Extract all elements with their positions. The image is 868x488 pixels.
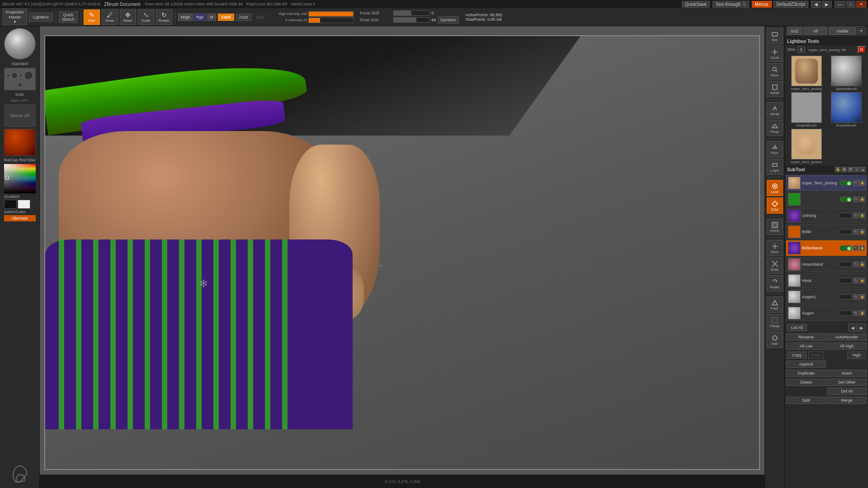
menus-button[interactable]: Menus bbox=[752, 1, 772, 8]
zoom-button[interactable]: Zoom bbox=[767, 63, 783, 80]
subtool-edit-brillenband[interactable]: ✎ bbox=[853, 245, 859, 251]
subtool-edit-hero[interactable]: ✎ bbox=[853, 180, 859, 186]
subtool-lock-unhung[interactable]: 🔒 bbox=[859, 213, 865, 218]
zcut-button[interactable]: Zcut bbox=[253, 14, 268, 21]
subtool-toggle-hose[interactable] bbox=[840, 278, 852, 283]
quicksave-button[interactable]: QuickSave bbox=[682, 1, 710, 8]
arrow-left-button[interactable]: ◀ bbox=[849, 324, 857, 332]
rotate-button[interactable]: ↻ Rotate bbox=[156, 9, 172, 25]
subtool-lock-brille[interactable]: 🔒 bbox=[859, 229, 865, 235]
quick-sketch-button[interactable]: Quick Sketch bbox=[59, 11, 78, 23]
black-swatch[interactable] bbox=[4, 200, 17, 209]
thumb-hero-posino[interactable]: super_hero_posino bbox=[787, 129, 826, 164]
subtool-toggle-unhung[interactable] bbox=[840, 213, 852, 218]
autoreorder-button[interactable]: AutoReorder bbox=[827, 333, 867, 341]
subtool-toggle-hosenband[interactable] bbox=[840, 262, 852, 267]
rgb-button[interactable]: Rgb bbox=[193, 14, 207, 21]
rgb-intensity-slider[interactable] bbox=[308, 11, 354, 17]
subtool-item-augen[interactable]: Augen ✎ 🔒 bbox=[786, 305, 867, 321]
subtool-item-unhung[interactable]: Unhung ✎ 🔒 bbox=[786, 208, 867, 223]
draw-button[interactable]: 🖊 Draw bbox=[102, 9, 118, 25]
alpha-preview[interactable] bbox=[4, 68, 36, 90]
switch-color-button[interactable]: SwitchColor bbox=[4, 210, 36, 214]
subtool-edit-hosenband[interactable]: ✎ bbox=[853, 262, 859, 267]
split-button[interactable]: Split bbox=[786, 397, 826, 404]
subtool-item-green[interactable]: ✎ 🔒 bbox=[786, 192, 867, 207]
subtool-toggle-brille[interactable] bbox=[840, 229, 852, 235]
subtool-edit-brille[interactable]: ✎ bbox=[853, 229, 859, 235]
list-all-button[interactable]: List All bbox=[787, 324, 807, 331]
m-button[interactable]: M bbox=[208, 14, 217, 21]
scale-button[interactable]: ⤡ Scale bbox=[138, 9, 154, 25]
scale-tool-button[interactable]: Scale bbox=[767, 258, 783, 274]
copy-bottom-button[interactable]: Copy bbox=[787, 352, 807, 359]
dynamic-button[interactable]: Dynamic bbox=[438, 16, 459, 23]
edit-button[interactable]: ✎ Edit bbox=[84, 9, 100, 25]
del-all-button[interactable]: Del All bbox=[827, 388, 867, 395]
subtool-edit-hose[interactable]: ✎ bbox=[853, 278, 859, 283]
r-button[interactable]: R bbox=[858, 28, 866, 34]
nav-forward-button[interactable]: ▶ bbox=[822, 1, 832, 8]
mrgb-button[interactable]: Mrgb bbox=[178, 14, 193, 21]
rotate-tool-button[interactable]: Rotate bbox=[767, 275, 783, 291]
thumb-simple-brush[interactable]: SimpleBrush bbox=[787, 92, 826, 127]
transp-button[interactable]: Transp bbox=[767, 314, 783, 330]
close-button[interactable]: ✕ bbox=[856, 1, 866, 8]
subtool-lock-augen1[interactable]: 🔒 bbox=[859, 294, 865, 300]
subtool-item-brille[interactable]: Brille ✎ 🔒 bbox=[786, 224, 867, 239]
subtool-item-augen1[interactable]: Augen1 ✎ 🔒 bbox=[786, 289, 867, 305]
arrow-right-button[interactable]: ▶ bbox=[858, 324, 866, 332]
move-tool-button[interactable]: Move bbox=[767, 240, 783, 256]
minimize-button[interactable]: — bbox=[835, 1, 845, 8]
subtool-edit-augen[interactable]: ✎ bbox=[853, 310, 859, 316]
all-goz-button[interactable]: All bbox=[803, 28, 827, 35]
all-low-button[interactable]: All Low bbox=[786, 343, 826, 350]
subtool-lock-brillenband[interactable]: 🔒 bbox=[859, 245, 865, 251]
qvyz-button[interactable]: QVyz bbox=[767, 197, 783, 214]
duplicate-button[interactable]: Duplicate bbox=[786, 370, 826, 377]
material-preview[interactable] bbox=[4, 129, 36, 156]
subtool-edit-unhung[interactable]: ✎ bbox=[853, 213, 859, 218]
subtool-toggle-hero[interactable] bbox=[840, 180, 852, 186]
subtool-toggle-augen[interactable] bbox=[840, 310, 852, 316]
subtool-item-hosenband[interactable]: Hosenband ✎ 🔒 bbox=[786, 257, 867, 272]
subtool-add-icon[interactable]: + bbox=[854, 167, 859, 172]
brill-button[interactable]: Brill bbox=[767, 28, 783, 44]
subtool-gear-icon[interactable]: ⚙ bbox=[848, 167, 853, 172]
paste-button[interactable]: Paste bbox=[808, 352, 823, 359]
white-swatch[interactable] bbox=[18, 200, 30, 209]
subtool-lock-augen[interactable]: 🔒 bbox=[859, 310, 865, 316]
lightbox-button[interactable]: LightBox bbox=[29, 13, 53, 22]
alternate-button[interactable]: Alternate bbox=[4, 215, 36, 221]
thumb-eraser-brush[interactable]: EraserBrush bbox=[827, 92, 866, 127]
scroll-button[interactable]: Scroll bbox=[767, 46, 783, 62]
local-button[interactable]: Local bbox=[767, 180, 783, 196]
move-button[interactable]: ✥ Move bbox=[120, 9, 136, 25]
document-label[interactable]: ZBrush Document bbox=[104, 2, 141, 7]
merge-button[interactable]: Merge bbox=[827, 397, 867, 404]
subtool-item-hose[interactable]: Hose ✎ 🔒 bbox=[786, 273, 867, 288]
see-through-button[interactable]: See-through 0 bbox=[712, 1, 749, 8]
rename-button[interactable]: Rename bbox=[786, 333, 826, 341]
goz-button[interactable]: GoZ bbox=[787, 28, 802, 35]
nav-back-button[interactable]: ◀ bbox=[811, 1, 821, 8]
solo-button[interactable]: Solo bbox=[767, 332, 783, 348]
delete-button[interactable]: Delete bbox=[786, 379, 826, 386]
focal-shift-slider[interactable] bbox=[393, 10, 429, 16]
laym-button[interactable]: L Aym bbox=[767, 159, 783, 175]
draw-size-slider[interactable] bbox=[393, 17, 429, 23]
subtool-up-icon[interactable]: ▲ bbox=[860, 167, 866, 172]
polyf-button[interactable]: PolyF bbox=[767, 296, 783, 313]
thumb-sphere-brush[interactable]: SphereBrush bbox=[827, 56, 866, 91]
z-intensity-slider[interactable] bbox=[308, 18, 354, 23]
insert-button[interactable]: Insert bbox=[827, 370, 867, 377]
subtool-lock-hero[interactable]: 🔒 bbox=[859, 180, 865, 186]
subtool-toggle-green[interactable] bbox=[840, 197, 852, 202]
subtool-toggle-augen1[interactable] bbox=[840, 294, 852, 300]
subtool-edit-green[interactable]: ✎ bbox=[853, 197, 859, 202]
default-zscript-button[interactable]: DefaultZScript bbox=[774, 1, 808, 8]
thumb-hero-posing[interactable]: super_hero_posing bbox=[787, 56, 826, 91]
r-badge-button[interactable]: R bbox=[858, 46, 866, 53]
subtool-lock-hose[interactable]: 🔒 bbox=[859, 278, 865, 283]
brush-preview[interactable] bbox=[4, 28, 36, 60]
